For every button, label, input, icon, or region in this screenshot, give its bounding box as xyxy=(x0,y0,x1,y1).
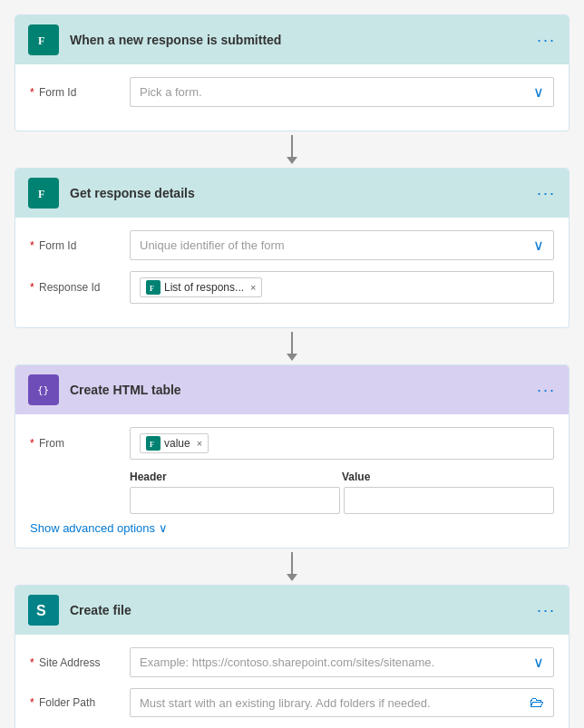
svg-text:S: S xyxy=(36,603,46,618)
from-field-control[interactable]: F value × xyxy=(130,427,554,460)
step3-icon: {} xyxy=(28,374,59,405)
svg-text:F: F xyxy=(38,188,44,200)
folder-path-control[interactable]: Must start with an existing library. Add… xyxy=(130,688,554,717)
form-id-2-control[interactable]: Unique identifier of the form ∨ xyxy=(130,230,554,260)
step2-icon: F xyxy=(28,178,59,209)
form-id-1-control[interactable]: Pick a form. ∨ xyxy=(130,77,554,107)
response-id-token[interactable]: F List of respons... × xyxy=(140,277,262,297)
from-token-remove[interactable]: × xyxy=(197,438,202,449)
value-col-label: Value xyxy=(342,471,554,483)
arrow-1 xyxy=(287,131,297,168)
show-advanced-button[interactable]: Show advanced options ∨ xyxy=(30,521,554,535)
form-id-1-arrow[interactable]: ∨ xyxy=(533,83,544,101)
step1-body: * Form Id Pick a form. ∨ xyxy=(15,64,569,131)
step2-title: Get response details xyxy=(70,186,537,200)
form-id-1-label: * Form Id xyxy=(30,86,130,99)
step2-header: F Get response details ··· xyxy=(15,169,569,218)
svg-text:F: F xyxy=(150,285,154,293)
form-id-2-arrow[interactable]: ∨ xyxy=(533,237,544,254)
step-create-html-table: {} Create HTML table ··· * From F valu xyxy=(15,364,569,548)
form-id-1-row: * Form Id Pick a form. ∨ xyxy=(30,77,554,107)
step-create-file: S Create file ··· * Site Address Example… xyxy=(15,585,569,728)
arrow-2 xyxy=(287,328,297,364)
step4-icon: S xyxy=(28,595,59,626)
step1-header: F When a new response is submitted ··· xyxy=(15,15,569,64)
step4-header: S Create file ··· xyxy=(15,586,569,635)
step3-header: {} Create HTML table ··· xyxy=(15,365,569,414)
site-address-arrow[interactable]: ∨ xyxy=(533,654,544,671)
value-input[interactable] xyxy=(344,487,554,514)
step4-menu[interactable]: ··· xyxy=(537,601,556,620)
form-id-2-row: * Form Id Unique identifier of the form … xyxy=(30,230,554,260)
step3-title: Create HTML table xyxy=(70,383,537,397)
response-id-label: * Response Id xyxy=(30,281,130,294)
from-field-row: * From F value × xyxy=(30,427,554,460)
folder-path-row: * Folder Path Must start with an existin… xyxy=(30,688,554,717)
response-id-control[interactable]: F List of respons... × xyxy=(130,271,554,304)
site-address-control[interactable]: Example: https://contoso.sharepoint.com/… xyxy=(130,647,554,677)
step4-body: * Site Address Example: https://contoso.… xyxy=(15,635,569,728)
step3-body: * From F value × Header Value xyxy=(15,414,569,548)
response-id-row: * Response Id F List of respons... × xyxy=(30,271,554,304)
svg-text:{}: {} xyxy=(37,384,49,396)
header-input[interactable] xyxy=(130,487,340,514)
step-when-response: F When a new response is submitted ··· *… xyxy=(15,15,569,131)
from-token-icon: F xyxy=(146,436,161,451)
step1-icon: F xyxy=(28,24,59,55)
site-address-row: * Site Address Example: https://contoso.… xyxy=(30,647,554,677)
response-id-token-remove[interactable]: × xyxy=(250,282,256,293)
from-field-label: * From xyxy=(30,437,130,450)
from-token[interactable]: F value × xyxy=(140,433,209,453)
folder-path-icon[interactable]: 🗁 xyxy=(530,694,544,711)
step1-title: When a new response is submitted xyxy=(70,33,537,47)
step-get-response: F Get response details ··· * Form Id Uni… xyxy=(15,168,569,328)
show-advanced-chevron: ∨ xyxy=(159,521,168,535)
token-forms-icon: F xyxy=(146,280,161,295)
arrow-3 xyxy=(287,548,297,585)
form-id-2-label: * Form Id xyxy=(30,239,130,252)
step4-title: Create file xyxy=(70,603,537,617)
header-value-labels: Header Value xyxy=(130,471,554,483)
site-address-label: * Site Address xyxy=(30,656,130,669)
flow-container: F When a new response is submitted ··· *… xyxy=(15,15,569,728)
step2-menu[interactable]: ··· xyxy=(537,184,556,203)
step3-menu[interactable]: ··· xyxy=(537,381,556,400)
step2-body: * Form Id Unique identifier of the form … xyxy=(15,218,569,327)
header-value-row xyxy=(30,487,554,514)
svg-text:F: F xyxy=(150,441,154,449)
svg-text:F: F xyxy=(38,34,44,47)
header-col-label: Header xyxy=(130,471,342,483)
step1-menu[interactable]: ··· xyxy=(537,31,556,50)
folder-path-label: * Folder Path xyxy=(30,696,130,709)
